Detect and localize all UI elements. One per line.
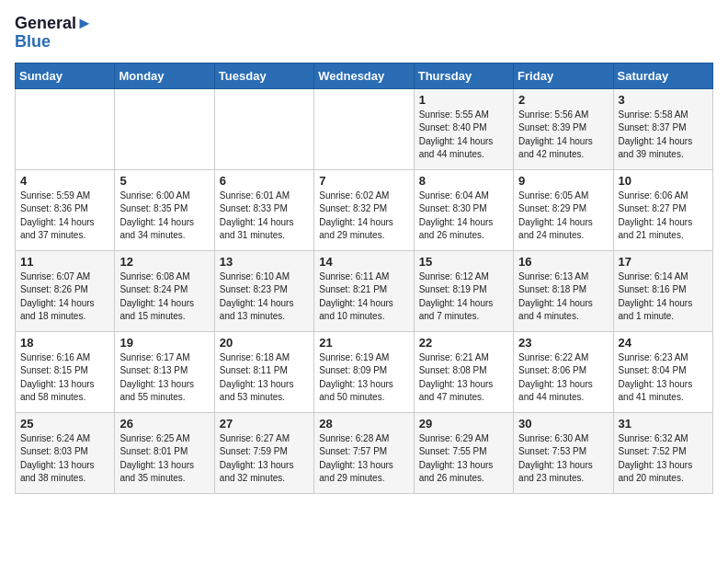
calendar-cell: 26Sunrise: 6:25 AMSunset: 8:01 PMDayligh… bbox=[115, 412, 214, 493]
cell-info-text: Sunrise: 6:07 AMSunset: 8:26 PMDaylight:… bbox=[20, 270, 109, 324]
cell-info-text: Sunrise: 6:10 AMSunset: 8:23 PMDaylight:… bbox=[220, 270, 309, 324]
calendar-cell: 22Sunrise: 6:21 AMSunset: 8:08 PMDayligh… bbox=[414, 331, 513, 412]
calendar-cell: 30Sunrise: 6:30 AMSunset: 7:53 PMDayligh… bbox=[514, 412, 613, 493]
cell-info-text: Sunrise: 6:02 AMSunset: 8:32 PMDaylight:… bbox=[319, 190, 408, 243]
day-number: 27 bbox=[220, 417, 309, 431]
cell-info-text: Sunrise: 6:23 AMSunset: 8:04 PMDaylight:… bbox=[619, 351, 708, 405]
cell-info-text: Sunrise: 6:17 AMSunset: 8:13 PMDaylight:… bbox=[119, 351, 209, 405]
calendar-cell: 25Sunrise: 6:24 AMSunset: 8:03 PMDayligh… bbox=[16, 412, 115, 493]
day-number: 12 bbox=[119, 255, 209, 269]
calendar-cell: 21Sunrise: 6:19 AMSunset: 8:09 PMDayligh… bbox=[314, 331, 414, 412]
calendar-cell: 9Sunrise: 6:05 AMSunset: 8:29 PMDaylight… bbox=[514, 169, 613, 250]
day-number: 21 bbox=[319, 336, 408, 350]
logo: General► Blue bbox=[15, 15, 95, 52]
day-number: 14 bbox=[319, 255, 408, 269]
day-number: 10 bbox=[619, 174, 708, 188]
cell-info-text: Sunrise: 6:13 AMSunset: 8:18 PMDaylight:… bbox=[518, 270, 608, 324]
cell-info-text: Sunrise: 6:06 AMSunset: 8:27 PMDaylight:… bbox=[619, 190, 708, 243]
day-number: 31 bbox=[619, 417, 708, 431]
calendar-cell bbox=[214, 88, 313, 169]
calendar-cell: 7Sunrise: 6:02 AMSunset: 8:32 PMDaylight… bbox=[314, 169, 414, 250]
day-header-thursday: Thursday bbox=[414, 63, 513, 88]
day-number: 7 bbox=[319, 174, 408, 188]
calendar-cell: 13Sunrise: 6:10 AMSunset: 8:23 PMDayligh… bbox=[214, 250, 313, 331]
day-number: 29 bbox=[419, 417, 508, 431]
calendar-cell: 5Sunrise: 6:00 AMSunset: 8:35 PMDaylight… bbox=[115, 169, 214, 250]
day-header-saturday: Saturday bbox=[613, 63, 712, 88]
cell-info-text: Sunrise: 6:00 AMSunset: 8:35 PMDaylight:… bbox=[119, 190, 209, 243]
day-number: 30 bbox=[518, 417, 608, 431]
calendar-cell: 11Sunrise: 6:07 AMSunset: 8:26 PMDayligh… bbox=[16, 250, 115, 331]
cell-info-text: Sunrise: 6:04 AMSunset: 8:30 PMDaylight:… bbox=[419, 190, 508, 243]
calendar-header-row: SundayMondayTuesdayWednesdayThursdayFrid… bbox=[16, 63, 713, 88]
cell-info-text: Sunrise: 6:16 AMSunset: 8:15 PMDaylight:… bbox=[20, 351, 109, 405]
day-number: 5 bbox=[119, 174, 209, 188]
day-number: 24 bbox=[619, 336, 708, 350]
calendar-cell: 6Sunrise: 6:01 AMSunset: 8:33 PMDaylight… bbox=[214, 169, 313, 250]
calendar-cell: 27Sunrise: 6:27 AMSunset: 7:59 PMDayligh… bbox=[214, 412, 313, 493]
cell-info-text: Sunrise: 6:18 AMSunset: 8:11 PMDaylight:… bbox=[220, 351, 309, 405]
cell-info-text: Sunrise: 6:28 AMSunset: 7:57 PMDaylight:… bbox=[319, 432, 408, 486]
cell-info-text: Sunrise: 6:19 AMSunset: 8:09 PMDaylight:… bbox=[319, 351, 408, 405]
day-number: 20 bbox=[220, 336, 309, 350]
day-number: 18 bbox=[20, 336, 109, 350]
day-number: 15 bbox=[419, 255, 508, 269]
calendar-cell: 3Sunrise: 5:58 AMSunset: 8:37 PMDaylight… bbox=[613, 88, 712, 169]
calendar-cell: 19Sunrise: 6:17 AMSunset: 8:13 PMDayligh… bbox=[115, 331, 214, 412]
day-number: 17 bbox=[619, 255, 708, 269]
page-header: General► Blue bbox=[15, 15, 713, 52]
cell-info-text: Sunrise: 6:14 AMSunset: 8:16 PMDaylight:… bbox=[619, 270, 708, 324]
day-number: 3 bbox=[619, 93, 708, 107]
cell-info-text: Sunrise: 6:22 AMSunset: 8:06 PMDaylight:… bbox=[518, 351, 608, 405]
calendar-table: SundayMondayTuesdayWednesdayThursdayFrid… bbox=[15, 63, 713, 494]
cell-info-text: Sunrise: 6:24 AMSunset: 8:03 PMDaylight:… bbox=[20, 432, 109, 486]
day-number: 1 bbox=[419, 93, 508, 107]
calendar-week-row: 1Sunrise: 5:55 AMSunset: 8:40 PMDaylight… bbox=[16, 88, 713, 169]
calendar-cell: 1Sunrise: 5:55 AMSunset: 8:40 PMDaylight… bbox=[414, 88, 513, 169]
day-number: 11 bbox=[20, 255, 109, 269]
cell-info-text: Sunrise: 6:25 AMSunset: 8:01 PMDaylight:… bbox=[119, 432, 209, 486]
day-header-tuesday: Tuesday bbox=[214, 63, 313, 88]
day-number: 6 bbox=[220, 174, 309, 188]
cell-info-text: Sunrise: 6:12 AMSunset: 8:19 PMDaylight:… bbox=[419, 270, 508, 324]
day-number: 13 bbox=[220, 255, 309, 269]
cell-info-text: Sunrise: 6:08 AMSunset: 8:24 PMDaylight:… bbox=[119, 270, 209, 324]
day-header-friday: Friday bbox=[514, 63, 613, 88]
calendar-cell: 29Sunrise: 6:29 AMSunset: 7:55 PMDayligh… bbox=[414, 412, 513, 493]
day-number: 4 bbox=[20, 174, 109, 188]
calendar-cell: 31Sunrise: 6:32 AMSunset: 7:52 PMDayligh… bbox=[613, 412, 712, 493]
cell-info-text: Sunrise: 5:56 AMSunset: 8:39 PMDaylight:… bbox=[518, 109, 608, 162]
cell-info-text: Sunrise: 5:58 AMSunset: 8:37 PMDaylight:… bbox=[619, 109, 708, 162]
cell-info-text: Sunrise: 6:01 AMSunset: 8:33 PMDaylight:… bbox=[220, 190, 309, 243]
cell-info-text: Sunrise: 5:55 AMSunset: 8:40 PMDaylight:… bbox=[419, 109, 508, 162]
calendar-cell: 4Sunrise: 5:59 AMSunset: 8:36 PMDaylight… bbox=[16, 169, 115, 250]
calendar-cell: 12Sunrise: 6:08 AMSunset: 8:24 PMDayligh… bbox=[115, 250, 214, 331]
calendar-cell: 15Sunrise: 6:12 AMSunset: 8:19 PMDayligh… bbox=[414, 250, 513, 331]
day-number: 25 bbox=[20, 417, 109, 431]
cell-info-text: Sunrise: 5:59 AMSunset: 8:36 PMDaylight:… bbox=[20, 190, 109, 243]
day-header-sunday: Sunday bbox=[16, 63, 115, 88]
cell-info-text: Sunrise: 6:21 AMSunset: 8:08 PMDaylight:… bbox=[419, 351, 508, 405]
day-number: 8 bbox=[419, 174, 508, 188]
calendar-week-row: 4Sunrise: 5:59 AMSunset: 8:36 PMDaylight… bbox=[16, 169, 713, 250]
day-header-monday: Monday bbox=[115, 63, 214, 88]
calendar-week-row: 11Sunrise: 6:07 AMSunset: 8:26 PMDayligh… bbox=[16, 250, 713, 331]
calendar-week-row: 18Sunrise: 6:16 AMSunset: 8:15 PMDayligh… bbox=[16, 331, 713, 412]
calendar-cell: 2Sunrise: 5:56 AMSunset: 8:39 PMDaylight… bbox=[514, 88, 613, 169]
calendar-cell bbox=[115, 88, 214, 169]
cell-info-text: Sunrise: 6:32 AMSunset: 7:52 PMDaylight:… bbox=[619, 432, 708, 486]
calendar-cell bbox=[16, 88, 115, 169]
day-number: 9 bbox=[518, 174, 608, 188]
cell-info-text: Sunrise: 6:29 AMSunset: 7:55 PMDaylight:… bbox=[419, 432, 508, 486]
calendar-cell bbox=[314, 88, 414, 169]
calendar-cell: 8Sunrise: 6:04 AMSunset: 8:30 PMDaylight… bbox=[414, 169, 513, 250]
day-number: 2 bbox=[518, 93, 608, 107]
day-number: 16 bbox=[518, 255, 608, 269]
day-header-wednesday: Wednesday bbox=[314, 63, 414, 88]
calendar-cell: 20Sunrise: 6:18 AMSunset: 8:11 PMDayligh… bbox=[214, 331, 313, 412]
day-number: 23 bbox=[518, 336, 608, 350]
calendar-cell: 18Sunrise: 6:16 AMSunset: 8:15 PMDayligh… bbox=[16, 331, 115, 412]
day-number: 22 bbox=[419, 336, 508, 350]
cell-info-text: Sunrise: 6:05 AMSunset: 8:29 PMDaylight:… bbox=[518, 190, 608, 243]
calendar-cell: 10Sunrise: 6:06 AMSunset: 8:27 PMDayligh… bbox=[613, 169, 712, 250]
